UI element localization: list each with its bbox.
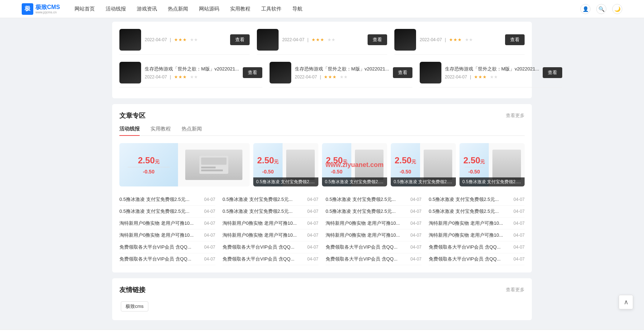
article-title: 免费领取各大平台VIP会员 含QQ... (223, 256, 304, 262)
list-item[interactable]: 免费领取各大平台VIP会员 含QQ... 04-07 (326, 253, 421, 265)
game-thumbnail (257, 29, 279, 51)
article-title: 0.5撸冰激凌 支付宝免费领2.5元... (429, 196, 510, 203)
article-image-card[interactable]: 2.50元 -0.50 0.5撸冰激凌 支付宝免费领2.5元线上 (459, 143, 525, 186)
article-date: 04-07 (307, 245, 318, 250)
list-item[interactable]: 淘特新用户0撸实物 老用户可撸10... 04-07 (429, 218, 525, 229)
nav-item-home[interactable]: 网站首页 (75, 4, 95, 14)
footer: 本站资源均从互联网上收集，仅供学习和交流使用！E-mail：123456@qq.… (0, 330, 644, 331)
article-column-4: 0.5撸冰激凌 支付宝免费领2.5元... 04-07 0.5撸冰激凌 支付宝免… (429, 194, 525, 265)
list-item[interactable]: 0.5撸冰激凌 支付宝免费领2.5元... 04-07 (326, 206, 421, 218)
tab-activity[interactable]: 活动线报 (119, 126, 140, 136)
logo[interactable]: 极 极致CMS www.jzjcms.cn (22, 3, 60, 15)
article-title: 淘特新用户0撸实物 老用户可撸10... (429, 220, 510, 227)
list-item[interactable]: 淘特新用户0撸实物 老用户可撸10... 04-07 (326, 229, 421, 241)
nav-item-tools[interactable]: 工具软件 (261, 4, 281, 14)
game-info: 2022-04-07 | ★★★★★ (420, 37, 501, 42)
list-item[interactable]: 淘特新用户0撸实物 老用户可撸10... 04-07 (119, 229, 215, 241)
check-button[interactable]: 查看 (543, 67, 562, 78)
nav-item-game[interactable]: 游戏资讯 (137, 4, 157, 14)
article-image-badge: 0.5撸冰激凌 支付宝免费领2.5元线上 (459, 177, 525, 186)
list-item[interactable]: 淘特新用户0撸实物 老用户可撸10... 04-07 (223, 218, 318, 229)
game-card: 2022-04-07 | ★★★★★ 查看 (394, 25, 525, 55)
list-item[interactable]: 0.5撸冰激凌 支付宝免费领2.5元... 04-07 (223, 206, 318, 218)
article-title: 0.5撸冰激凌 支付宝免费领2.5元... (223, 208, 304, 215)
game-info: 生存恐怖游戏「世外之欲：M版」v2022021... 2022-04-07 | … (445, 66, 539, 79)
game-thumbnail (394, 29, 416, 51)
article-date: 04-07 (513, 209, 525, 214)
list-item[interactable]: 淘特新用户0撸实物 老用户可撸10... 04-07 (119, 218, 215, 229)
article-image-card[interactable]: 2.50元 -0.50 www.ziyuanet.com 0.5撸冰激凌 支付宝… (322, 143, 387, 186)
check-button[interactable]: 查看 (230, 34, 250, 45)
article-image-card[interactable]: 2.50元 -0.50 (119, 143, 250, 186)
list-item[interactable]: 0.5撸冰激凌 支付宝免费领2.5元... 04-07 (429, 206, 525, 218)
article-title: 免费领取各大平台VIP会员 含QQ... (326, 256, 407, 262)
nav-item-source[interactable]: 网站源码 (199, 4, 219, 14)
game-date: 2022-04-07 (145, 37, 167, 42)
article-title: 0.5撸冰激凌 支付宝免费领2.5元... (223, 196, 304, 203)
game-stars: ★★★ (174, 37, 187, 42)
game-meta: 2022-04-07 | ★★★★★ (420, 37, 501, 42)
article-image-grid: 2.50元 -0.50 (119, 143, 525, 186)
game-row-1: 2022-04-07 | ★★★★★ 查看 2022-04-07 | ★★★★★ (119, 25, 525, 55)
friendly-link[interactable]: 极致cms (121, 301, 148, 311)
list-item[interactable]: 免费领取各大平台VIP会员 含QQ... 04-07 (223, 253, 318, 265)
article-title: 淘特新用户0撸实物 老用户可撸10... (326, 220, 407, 227)
game-info: 2022-04-07 | ★★★★★ (282, 37, 364, 42)
game-title: 生存恐怖游戏「世外之欲：M版」v2022021... (295, 66, 389, 72)
tab-tutorial[interactable]: 实用教程 (151, 126, 171, 136)
check-button[interactable]: 查看 (243, 67, 262, 78)
article-image-card[interactable]: 2.50元 -0.50 0.5撸冰激凌 支付宝免费领2.5元线上 (253, 143, 318, 186)
game-thumbnail (270, 62, 291, 83)
see-more-articles[interactable]: 查看更多 (506, 112, 525, 119)
article-title: 淘特新用户0撸实物 老用户可撸10... (326, 232, 407, 238)
list-item[interactable]: 免费领取各大平台VIP会员 含QQ... 04-07 (326, 241, 421, 253)
list-item[interactable]: 0.5撸冰激凌 支付宝免费领2.5元... 04-07 (223, 194, 318, 206)
chevron-up-icon: ∧ (624, 298, 628, 306)
check-button[interactable]: 查看 (393, 67, 412, 78)
game-meta: 2022-04-07 | ★★★★★ (445, 74, 539, 79)
check-button[interactable]: 查看 (505, 34, 525, 45)
article-date: 04-07 (410, 197, 421, 202)
list-item[interactable]: 淘特新用户0撸实物 老用户可撸10... 04-07 (223, 229, 318, 241)
article-date: 04-07 (513, 197, 525, 202)
nav-item-tutorial[interactable]: 实用教程 (230, 4, 250, 14)
list-item[interactable]: 0.5撸冰激凌 支付宝免费领2.5元... 04-07 (326, 194, 421, 206)
list-item[interactable]: 免费领取各大平台VIP会员 含QQ... 04-07 (119, 241, 215, 253)
game-cards-section: 2022-04-07 | ★★★★★ 查看 2022-04-07 | ★★★★★ (112, 22, 532, 98)
list-item[interactable]: 免费领取各大平台VIP会员 含QQ... 04-07 (429, 241, 525, 253)
article-date: 04-07 (513, 257, 525, 262)
nav-item-activity[interactable]: 活动线报 (106, 4, 126, 14)
check-button[interactable]: 查看 (368, 34, 387, 45)
list-item[interactable]: 免费领取各大平台VIP会员 含QQ... 04-07 (223, 241, 318, 253)
game-date: 2022-04-07 (145, 74, 167, 79)
article-date: 04-07 (204, 245, 215, 250)
see-more-links[interactable]: 查看更多 (506, 287, 525, 293)
game-date: 2022-04-07 (295, 74, 317, 79)
article-date: 04-07 (410, 233, 421, 238)
nav-item-nav[interactable]: 导航 (292, 4, 302, 14)
svg-rect-1 (201, 158, 226, 165)
user-icon[interactable]: 👤 (580, 4, 590, 14)
article-title: 0.5撸冰激凌 支付宝免费领2.5元... (429, 208, 510, 215)
list-item[interactable]: 0.5撸冰激凌 支付宝免费领2.5元... 04-07 (429, 194, 525, 206)
list-item[interactable]: 免费领取各大平台VIP会员 含QQ... 04-07 (429, 253, 525, 265)
article-column-2: 0.5撸冰激凌 支付宝免费领2.5元... 04-07 0.5撸冰激凌 支付宝免… (223, 194, 318, 265)
article-date: 04-07 (204, 221, 215, 226)
list-item[interactable]: 淘特新用户0撸实物 老用户可撸10... 04-07 (429, 229, 525, 241)
article-date: 04-07 (307, 257, 318, 262)
search-icon[interactable]: 🔍 (596, 4, 606, 14)
tab-news[interactable]: 热点新闻 (182, 126, 202, 136)
game-stars: ★★★ (449, 37, 462, 42)
back-to-top-button[interactable]: ∧ (619, 295, 633, 309)
article-image-card[interactable]: 2.50元 -0.50 0.5撸冰激凌 支付宝免费领2.5元线上 (391, 143, 456, 186)
article-tabs: 活动线报 实用教程 热点新闻 (119, 126, 525, 136)
list-item[interactable]: 免费领取各大平台VIP会员 含QQ... 04-07 (119, 253, 215, 265)
list-item[interactable]: 淘特新用户0撸实物 老用户可撸10... 04-07 (326, 218, 421, 229)
article-date: 04-07 (513, 221, 525, 226)
theme-icon[interactable]: 🌙 (612, 4, 622, 14)
list-item[interactable]: 0.5撸冰激凌 支付宝免费领2.5元... 04-07 (119, 206, 215, 218)
article-title: 淘特新用户0撸实物 老用户可撸10... (429, 232, 510, 238)
list-item[interactable]: 0.5撸冰激凌 支付宝免费领2.5元... 04-07 (119, 194, 215, 206)
game-info: 生存恐怖游戏「世外之欲：M版」v2022021... 2022-04-07 | … (295, 66, 389, 79)
nav-item-news[interactable]: 热点新闻 (168, 4, 188, 14)
